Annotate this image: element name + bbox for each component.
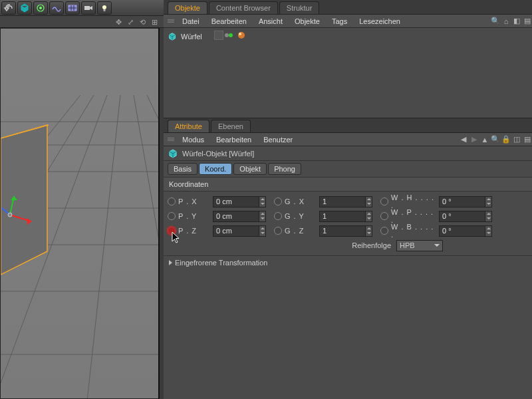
label-wp: W . P . . . . .	[391, 208, 439, 224]
viewport-icon-bar: ✥ ⤢ ⟲ ⊞	[0, 16, 164, 28]
tab-ebenen[interactable]: Ebenen	[211, 120, 251, 132]
triangle-collapsed-icon	[169, 260, 172, 265]
expand-attr-icon[interactable]: ▤	[523, 135, 532, 144]
maximize-icon[interactable]: ⊞	[152, 18, 160, 26]
label-px: P . X	[178, 198, 213, 205]
spinner-px[interactable]	[259, 196, 266, 207]
svg-point-31	[239, 33, 241, 35]
input-px[interactable]	[213, 196, 259, 207]
up-icon[interactable]: ▲	[480, 135, 489, 144]
anim-radio-gz[interactable]	[274, 227, 282, 235]
home-icon[interactable]: ⌂	[501, 17, 511, 26]
menu-lesezeichen[interactable]: Lesezeichen	[354, 15, 406, 27]
subtab-koord[interactable]: Koord.	[199, 163, 232, 175]
camera-button[interactable]	[81, 1, 96, 15]
label-py: P . Y	[178, 212, 213, 220]
layer-tag[interactable]	[214, 31, 223, 40]
anim-radio-wp[interactable]	[380, 212, 388, 220]
cube-icon	[168, 32, 177, 41]
svg-line-21	[147, 95, 160, 399]
svg-point-30	[238, 32, 245, 39]
svg-point-1	[39, 7, 42, 9]
anim-radio-wb[interactable]	[380, 227, 388, 235]
visibility-render-dot[interactable]	[229, 33, 233, 37]
menu-benutzer[interactable]: Benutzer	[258, 134, 298, 146]
3d-viewport[interactable]	[0, 28, 160, 399]
grip-icon[interactable]	[166, 138, 176, 141]
anim-radio-pz[interactable]	[168, 227, 176, 235]
spinner-wb[interactable]	[485, 225, 492, 237]
anim-radio-py[interactable]	[168, 212, 176, 220]
search-icon[interactable]: 🔍	[491, 17, 500, 26]
input-wb[interactable]	[439, 225, 485, 237]
spinner-gy[interactable]	[366, 211, 372, 222]
menu-bearbeiten-attr[interactable]: Bearbeiten	[211, 134, 257, 146]
menu-modus[interactable]: Modus	[177, 134, 209, 146]
spinner-wp[interactable]	[485, 211, 492, 222]
anim-radio-gy[interactable]	[274, 212, 282, 220]
anim-radio-gx[interactable]	[274, 198, 282, 205]
spinner-py[interactable]	[259, 211, 266, 222]
deformer-button[interactable]	[65, 1, 80, 15]
attribute-menubar: Modus Bearbeiten Benutzer ◀ ▶ ▲ 🔍 🔒 ◫ ▤	[164, 133, 532, 146]
expand-icon[interactable]: ▤	[523, 17, 532, 26]
spinner-pz[interactable]	[259, 225, 266, 237]
menu-datei[interactable]: Datei	[177, 15, 205, 27]
spline-button[interactable]	[33, 1, 48, 15]
anim-radio-px[interactable]	[168, 198, 176, 205]
label-wb: W . B . . . . .	[391, 223, 439, 239]
frozen-label: Eingefrorene Transformation	[175, 259, 267, 267]
spinner-gz[interactable]	[366, 225, 372, 237]
lock-icon[interactable]: 🔒	[501, 135, 511, 144]
new-window-icon[interactable]: ◫	[512, 135, 521, 144]
attr-object-title: Würfel-Objekt [Würfel]	[182, 150, 254, 158]
forward-icon[interactable]: ▶	[469, 135, 479, 144]
phong-tag-icon[interactable]	[237, 31, 246, 40]
subtab-phong[interactable]: Phong	[268, 163, 301, 175]
rotate-icon[interactable]: ⟲	[140, 18, 148, 26]
dropdown-rotation-order[interactable]: HPB	[396, 240, 443, 251]
object-name[interactable]: Würfel	[181, 33, 202, 41]
anim-radio-wh[interactable]	[380, 198, 388, 205]
input-gx[interactable]	[319, 196, 366, 207]
label-gy: G . Y	[285, 212, 319, 220]
pan-icon[interactable]: ✥	[116, 18, 124, 26]
menu-tags[interactable]: Tags	[327, 15, 352, 27]
object-manager-menubar: Datei Bearbeiten Ansicht Objekte Tags Le…	[164, 15, 532, 28]
menu-objekte[interactable]: Objekte	[289, 15, 325, 27]
undo-button[interactable]	[1, 1, 16, 15]
main-toolbar	[0, 0, 164, 16]
frozen-transformation-toggle[interactable]: Eingefrorene Transformation	[164, 255, 532, 269]
cube-primitive-button[interactable]	[17, 1, 32, 15]
label-wh: W . H . . . . .	[391, 194, 439, 209]
input-py[interactable]	[213, 211, 259, 222]
svg-marker-22	[1, 125, 47, 275]
spinner-wh[interactable]	[485, 196, 492, 207]
menu-ansicht[interactable]: Ansicht	[253, 15, 288, 27]
tab-objekte[interactable]: Objekte	[168, 1, 207, 14]
menu-bearbeiten[interactable]: Bearbeiten	[206, 15, 252, 27]
generator-button[interactable]	[49, 1, 64, 15]
back-icon[interactable]: ◀	[459, 135, 468, 144]
object-tags-area	[214, 31, 246, 40]
label-reihenfolge: Reihenfolge	[352, 241, 391, 249]
tab-content-browser[interactable]: Content Browser	[209, 1, 278, 14]
search-attr-icon[interactable]: 🔍	[491, 135, 500, 144]
subtab-basis[interactable]: Basis	[168, 163, 198, 175]
input-gz[interactable]	[319, 225, 366, 237]
tab-struktur[interactable]: Struktur	[279, 1, 320, 14]
subtab-objekt[interactable]: Objekt	[233, 163, 267, 175]
zoom-icon[interactable]: ⤢	[128, 18, 136, 26]
object-manager-body[interactable]: Würfel	[164, 28, 532, 118]
eye-icon[interactable]: ◧	[512, 17, 521, 26]
input-pz[interactable]	[213, 225, 259, 237]
viewport-panel: ✥ ⤢ ⟲ ⊞	[0, 0, 164, 399]
spinner-gx[interactable]	[366, 196, 372, 207]
grip-icon[interactable]	[166, 19, 176, 23]
input-gy[interactable]	[319, 211, 366, 222]
input-wh[interactable]	[439, 196, 485, 207]
light-button[interactable]	[97, 1, 112, 15]
attr-object-title-row: Würfel-Objekt [Würfel]	[164, 146, 532, 161]
tab-attribute[interactable]: Attribute	[168, 120, 209, 132]
input-wp[interactable]	[439, 211, 485, 222]
